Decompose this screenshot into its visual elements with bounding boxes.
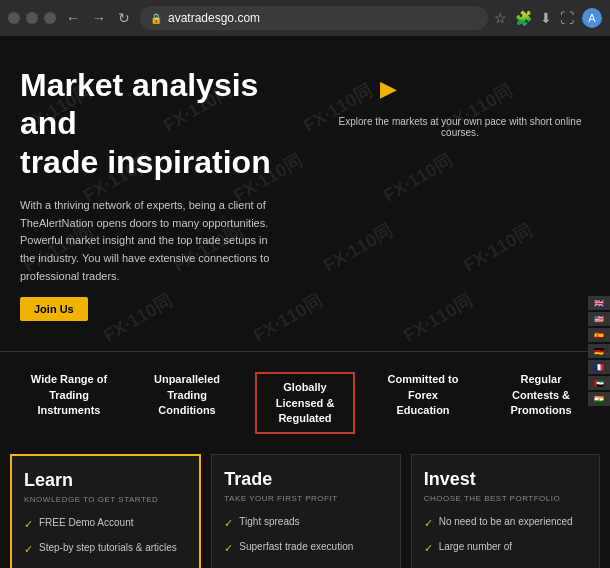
flag-es[interactable]: 🇪🇸 — [588, 328, 610, 342]
card-trade-item-2: ✓ Superfast trade execution — [224, 540, 387, 556]
feature-committed[interactable]: Committed toForexEducation — [373, 372, 473, 434]
browser-chrome: ← → ↻ 🔒 avatradesgo.com ☆ 🧩 ⬇ ⛶ A — [0, 0, 610, 36]
check-icon-2: ✓ — [24, 542, 33, 557]
profile-avatar[interactable]: A — [582, 8, 602, 28]
flag-in[interactable]: 🇮🇳 — [588, 392, 610, 406]
browser-min-btn[interactable] — [26, 12, 38, 24]
lock-icon: 🔒 — [150, 13, 162, 24]
flag-us[interactable]: 🇺🇸 — [588, 312, 610, 326]
card-learn-item-2: ✓ Step-by step tutorials & articles — [24, 541, 187, 557]
hero-section: Market analysis and trade inspiration Wi… — [0, 36, 610, 341]
card-learn-title: Learn — [24, 470, 187, 491]
browser-max-btn[interactable] — [44, 12, 56, 24]
browser-close-btn[interactable] — [8, 12, 20, 24]
play-button[interactable]: ▶ — [380, 76, 397, 102]
hero-description: With a thriving network of experts, bein… — [20, 197, 280, 285]
reload-button[interactable]: ↻ — [114, 8, 134, 28]
feature-unparalleled-text: UnparalleledTradingConditions — [137, 372, 237, 418]
card-trade-title: Trade — [224, 469, 387, 490]
features-row: Wide Range ofTradingInstruments Unparall… — [0, 351, 610, 450]
check-icon-3: ✓ — [224, 516, 233, 531]
card-invest-title: Invest — [424, 469, 587, 490]
forward-button[interactable]: → — [88, 8, 110, 28]
fullscreen-icon[interactable]: ⛶ — [560, 10, 574, 26]
cards-row: Learn Knowledge to get started ✓ FREE De… — [0, 454, 610, 568]
card-learn: Learn Knowledge to get started ✓ FREE De… — [10, 454, 201, 568]
feature-wide-range-text: Wide Range ofTradingInstruments — [19, 372, 119, 418]
bookmark-icon[interactable]: ☆ — [494, 10, 507, 26]
check-icon-4: ✓ — [224, 541, 233, 556]
feature-committed-text: Committed toForexEducation — [373, 372, 473, 418]
check-icon-1: ✓ — [24, 517, 33, 532]
feature-unparalleled[interactable]: UnparalleledTradingConditions — [137, 372, 237, 434]
feature-wide-range[interactable]: Wide Range ofTradingInstruments — [19, 372, 119, 434]
card-invest-item-2: ✓ Large number of — [424, 540, 587, 556]
check-icon-6: ✓ — [424, 541, 433, 556]
back-button[interactable]: ← — [62, 8, 84, 28]
flag-fr[interactable]: 🇫🇷 — [588, 360, 610, 374]
address-bar[interactable]: 🔒 avatradesgo.com — [140, 6, 488, 30]
feature-contests[interactable]: RegularContests &Promotions — [491, 372, 591, 434]
flag-gb[interactable]: 🇬🇧 — [588, 296, 610, 310]
card-learn-item-1: ✓ FREE Demo Account — [24, 516, 187, 532]
extension-icon[interactable]: 🧩 — [515, 10, 532, 26]
download-icon[interactable]: ⬇ — [540, 10, 552, 26]
flag-ae[interactable]: 🇦🇪 — [588, 376, 610, 390]
feature-contests-text: RegularContests &Promotions — [491, 372, 591, 418]
browser-actions: ☆ 🧩 ⬇ ⛶ A — [494, 8, 602, 28]
feature-globally-licensed-text: GloballyLicensed &Regulated — [261, 380, 349, 426]
page-content: FX·110同 FX·110同 FX·110同 FX·110同 FX·110同 … — [0, 36, 610, 568]
cta-button[interactable]: Join Us — [20, 297, 88, 321]
card-trade-subtitle: Take your first profit — [224, 494, 387, 503]
card-invest-subtitle: Choose the best portfolio — [424, 494, 587, 503]
url-text: avatradesgo.com — [168, 11, 260, 25]
card-trade: Trade Take your first profit ✓ Tight spr… — [211, 454, 400, 568]
card-learn-subtitle: Knowledge to get started — [24, 495, 187, 504]
browser-navigation: ← → ↻ — [62, 8, 134, 28]
card-invest-item-1: ✓ No need to be an experienced — [424, 515, 587, 531]
card-invest: Invest Choose the best portfolio ✓ No ne… — [411, 454, 600, 568]
check-icon-5: ✓ — [424, 516, 433, 531]
flag-de[interactable]: 🇩🇪 — [588, 344, 610, 358]
card-trade-item-1: ✓ Tight spreads — [224, 515, 387, 531]
flags-sidebar: 🇬🇧 🇺🇸 🇪🇸 🇩🇪 🇫🇷 🇦🇪 🇮🇳 — [588, 296, 610, 406]
feature-globally-licensed[interactable]: GloballyLicensed &Regulated — [255, 372, 355, 434]
hero-side-text: Explore the markets at your own pace wit… — [330, 116, 590, 138]
